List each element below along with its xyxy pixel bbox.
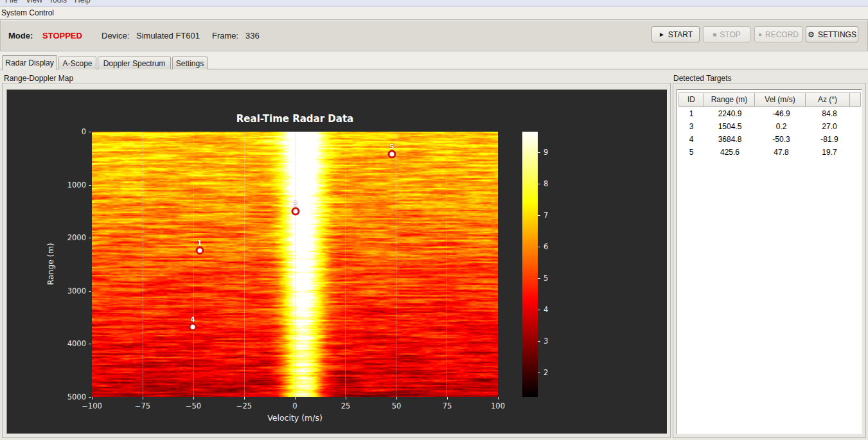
x-tick-mark bbox=[295, 397, 296, 400]
column-header-id[interactable]: ID bbox=[678, 92, 704, 107]
x-tick-mark bbox=[143, 397, 143, 400]
record-icon: ● bbox=[758, 31, 762, 38]
colorbar-tick-mark bbox=[538, 278, 540, 279]
colorbar-tick-mark bbox=[538, 247, 540, 247]
colorbar-tick-mark bbox=[538, 341, 540, 342]
range-doppler-figure: Real-Time Radar Data Range (m) Velocity … bbox=[7, 90, 667, 434]
target-id-label: 4 bbox=[191, 316, 195, 323]
cell-az: 19.7 bbox=[807, 146, 852, 159]
mode-label: Mode: bbox=[8, 31, 33, 40]
cell-az: 84.8 bbox=[807, 107, 852, 120]
column-header-az[interactable]: Az (°) bbox=[805, 92, 850, 107]
x-tick-label: −75 bbox=[135, 401, 150, 410]
target-id-label: 5 bbox=[390, 143, 394, 150]
table-body: 1 2240.9 -46.9 84.8 3 1504.5 0.2 27.0 4 … bbox=[678, 107, 860, 159]
x-tick-label: 0 bbox=[292, 401, 297, 410]
x-tick-mark bbox=[92, 397, 93, 400]
colorbar-tick-label: 8 bbox=[544, 179, 548, 188]
cell-vel: 0.2 bbox=[756, 120, 807, 133]
cell-az: -81.9 bbox=[807, 133, 852, 146]
detected-targets-table: ID Range (m) Vel (m/s) Az (°) 1 2240.9 -… bbox=[677, 89, 862, 434]
tab-radar-display[interactable]: Radar Display bbox=[2, 55, 57, 70]
cell-range: 425.6 bbox=[704, 146, 756, 159]
cell-vel: -46.9 bbox=[756, 107, 807, 120]
play-icon: ► bbox=[659, 31, 665, 38]
settings-button[interactable]: ⚙ SETTINGS bbox=[806, 26, 858, 42]
record-button: ● RECORD bbox=[754, 26, 802, 42]
y-tick-mark bbox=[89, 132, 91, 132]
range-doppler-heatmap bbox=[92, 132, 498, 397]
frame-label: Frame: bbox=[212, 31, 238, 40]
y-tick-label: 3000 bbox=[48, 286, 86, 295]
x-tick-label: 25 bbox=[341, 401, 351, 410]
target-marker bbox=[189, 323, 197, 331]
colorbar-tick-label: 3 bbox=[544, 337, 548, 346]
y-tick-label: 0 bbox=[48, 127, 86, 136]
x-tick-label: −100 bbox=[82, 401, 102, 410]
x-tick-mark bbox=[447, 397, 448, 400]
menu-help[interactable]: Help bbox=[75, 0, 91, 4]
table-row[interactable]: 5 425.6 47.8 19.7 bbox=[678, 146, 860, 159]
cell-vel: 47.8 bbox=[756, 146, 807, 159]
x-tick-mark bbox=[193, 397, 194, 400]
menu-file[interactable]: File bbox=[5, 0, 17, 4]
colorbar-tick-label: 5 bbox=[544, 274, 548, 283]
device-label: Device: bbox=[102, 31, 129, 40]
system-control-group-title: System Control bbox=[1, 8, 54, 17]
y-tick-label: 5000 bbox=[48, 392, 86, 401]
radar-application-window: File View Tools Help System Control Mode… bbox=[0, 0, 868, 440]
menu-tools[interactable]: Tools bbox=[49, 0, 67, 4]
plot-y-axis-label: Range (m) bbox=[46, 243, 55, 285]
settings-button-label: SETTINGS bbox=[818, 30, 856, 39]
colorbar-tick-label: 6 bbox=[544, 242, 548, 251]
y-tick-label: 4000 bbox=[48, 339, 86, 348]
mode-value-stopped: STOPPED bbox=[42, 31, 82, 40]
colorbar-tick-mark bbox=[538, 184, 540, 184]
cell-id: 4 bbox=[678, 133, 704, 146]
x-tick-mark bbox=[396, 397, 397, 400]
colorbar-tick-label: 9 bbox=[544, 148, 548, 157]
menu-view[interactable]: View bbox=[26, 0, 42, 4]
x-tick-mark bbox=[498, 397, 499, 400]
colorbar-tick-mark bbox=[538, 373, 540, 373]
target-id-label: 3 bbox=[293, 200, 297, 207]
frame-counter-value: 336 bbox=[245, 31, 260, 40]
menu-bar: File View Tools Help bbox=[0, 0, 868, 6]
cell-id: 3 bbox=[678, 120, 704, 133]
x-tick-label: 50 bbox=[392, 401, 402, 410]
y-tick-mark bbox=[89, 397, 91, 398]
gear-icon: ⚙ bbox=[808, 31, 815, 39]
column-header-range[interactable]: Range (m) bbox=[704, 92, 755, 107]
x-tick-mark bbox=[346, 397, 346, 400]
tab-settings[interactable]: Settings bbox=[172, 57, 208, 69]
table-header-row: ID Range (m) Vel (m/s) Az (°) bbox=[678, 92, 860, 107]
column-header-vel[interactable]: Vel (m/s) bbox=[754, 92, 806, 107]
column-header-stub bbox=[849, 92, 861, 107]
colorbar-tick-mark bbox=[538, 310, 540, 310]
plot-title: Real-Time Radar Data bbox=[92, 113, 498, 125]
tab-a-scope[interactable]: A-Scope bbox=[58, 57, 96, 69]
table-row[interactable]: 1 2240.9 -46.9 84.8 bbox=[678, 107, 860, 120]
cell-id: 5 bbox=[678, 146, 704, 159]
x-tick-label: −25 bbox=[236, 401, 252, 410]
x-tick-label: −50 bbox=[186, 401, 201, 410]
start-button[interactable]: ► START bbox=[651, 26, 700, 42]
target-marker bbox=[388, 150, 396, 159]
cell-vel: -50.3 bbox=[756, 133, 807, 146]
x-tick-label: 75 bbox=[443, 401, 452, 410]
cell-range: 2240.9 bbox=[704, 107, 756, 120]
y-tick-label: 2000 bbox=[48, 233, 86, 242]
colorbar bbox=[522, 132, 538, 397]
colorbar-tick-mark bbox=[538, 152, 540, 153]
cell-range: 1504.5 bbox=[704, 120, 756, 133]
table-row[interactable]: 4 3684.8 -50.3 -81.9 bbox=[678, 133, 860, 146]
tab-doppler-spectrum[interactable]: Doppler Spectrum bbox=[98, 57, 171, 69]
y-tick-mark bbox=[89, 291, 91, 292]
table-row[interactable]: 3 1504.5 0.2 27.0 bbox=[678, 120, 860, 133]
target-marker bbox=[195, 247, 204, 255]
x-tick-mark bbox=[244, 397, 245, 400]
cell-az: 27.0 bbox=[807, 120, 852, 133]
cell-id: 1 bbox=[678, 107, 704, 120]
stop-icon: ■ bbox=[713, 31, 716, 38]
start-button-label: START bbox=[668, 30, 693, 39]
